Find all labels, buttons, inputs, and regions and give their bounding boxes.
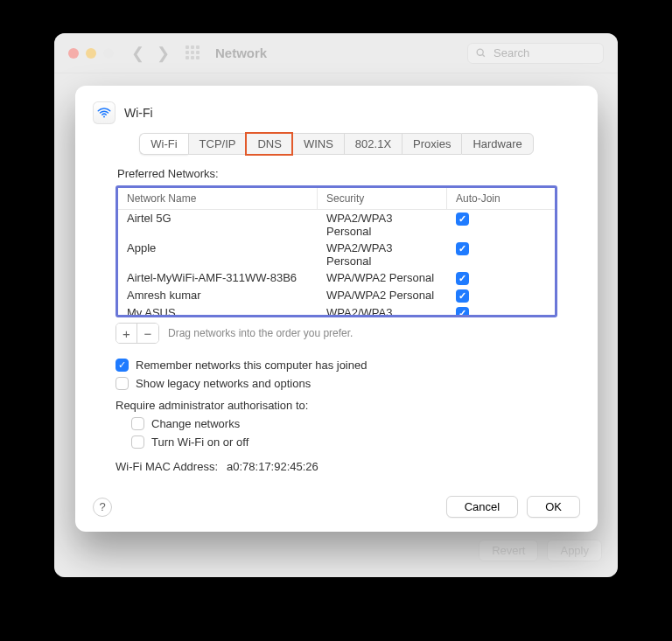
network-name-cell: Amresh kumar [118, 287, 318, 304]
admin-auth-label: Require administrator authorisation to: [116, 399, 308, 412]
network-name-cell: My ASUS [118, 304, 318, 315]
wifi-icon [93, 101, 116, 124]
traffic-lights [68, 48, 114, 59]
add-network-button[interactable]: + [116, 324, 137, 343]
show-all-icon[interactable] [186, 45, 201, 61]
remove-network-button[interactable]: − [137, 324, 158, 343]
network-row[interactable]: My ASUSWPA2/WPA3 Personal✓ [118, 304, 555, 315]
legacy-label: Show legacy networks and options [136, 377, 311, 390]
apply-button[interactable]: Apply [547, 540, 602, 561]
revert-button[interactable]: Revert [479, 540, 538, 561]
autojoin-checkbox[interactable]: ✓ [456, 242, 469, 255]
svg-line-1 [482, 54, 485, 57]
help-button[interactable]: ? [93, 498, 112, 517]
remember-checkbox[interactable]: ✓ [116, 359, 129, 372]
network-autojoin-cell: ✓ [447, 269, 555, 287]
tab-tcp-ip[interactable]: TCP/IP [188, 133, 247, 155]
network-autojoin-cell: ✓ [447, 304, 555, 315]
network-autojoin-cell: ✓ [447, 287, 555, 304]
window-title: Network [215, 45, 267, 60]
autojoin-checkbox[interactable]: ✓ [456, 307, 469, 315]
column-network-name[interactable]: Network Name [118, 188, 318, 209]
minimize-dot[interactable] [86, 48, 96, 59]
network-security-cell: WPA2/WPA3 Personal [318, 240, 447, 269]
admin-toggle-label: Turn Wi-Fi on or off [151, 435, 248, 449]
tab-proxies[interactable]: Proxies [402, 133, 461, 155]
zoom-dot[interactable] [103, 48, 114, 59]
network-name-cell: Airtel-MyWiFi-AMF-311WW-83B6 [118, 269, 318, 287]
tab-bar: Wi-FiTCP/IPDNSWINS802.1XProxiesHardware [93, 133, 580, 155]
network-security-cell: WPA2/WPA3 Personal [318, 304, 447, 315]
network-name-cell: Apple [118, 240, 318, 269]
tab-wi-fi[interactable]: Wi-Fi [139, 133, 187, 155]
search-input[interactable] [492, 45, 596, 60]
network-security-cell: WPA2/WPA3 Personal [318, 210, 447, 240]
add-remove-group: + − [116, 323, 159, 344]
cancel-button[interactable]: Cancel [446, 496, 518, 518]
svg-point-0 [477, 49, 483, 55]
tab-802-1x[interactable]: 802.1X [344, 133, 402, 155]
admin-change-label: Change networks [151, 417, 240, 430]
table-header: Network Name Security Auto-Join [118, 188, 555, 210]
remember-label: Remember networks this computer has join… [136, 359, 367, 372]
autojoin-checkbox[interactable]: ✓ [456, 213, 469, 226]
back-button[interactable]: ❮ [130, 44, 146, 63]
network-security-cell: WPA/WPA2 Personal [318, 287, 447, 304]
column-security[interactable]: Security [318, 188, 447, 209]
mac-address-label: Wi-Fi MAC Address: [116, 460, 218, 473]
network-row[interactable]: Airtel-MyWiFi-AMF-311WW-83B6WPA/WPA2 Per… [118, 269, 555, 287]
autojoin-checkbox[interactable]: ✓ [456, 272, 469, 285]
autojoin-checkbox[interactable]: ✓ [456, 289, 469, 303]
preferred-networks-table[interactable]: Network Name Security Auto-Join Airtel 5… [116, 185, 557, 317]
tab-hardware[interactable]: Hardware [461, 133, 533, 155]
network-security-cell: WPA/WPA2 Personal [318, 269, 447, 287]
network-name-cell: Airtel 5G [118, 210, 318, 240]
search-field[interactable] [467, 43, 604, 64]
forward-button[interactable]: ❯ [155, 44, 172, 63]
parent-footer: Revert Apply [479, 540, 602, 561]
network-row[interactable]: Amresh kumarWPA/WPA2 Personal✓ [118, 287, 555, 304]
wifi-advanced-sheet: Wi-Fi Wi-FiTCP/IPDNSWINS802.1XProxiesHar… [75, 86, 598, 532]
svg-point-2 [103, 116, 105, 118]
search-icon [475, 47, 486, 59]
titlebar: ❮ ❯ Network [54, 33, 618, 73]
mac-address-value: a0:78:17:92:45:26 [227, 460, 318, 473]
preferred-networks-label: Preferred Networks: [117, 167, 557, 180]
network-row[interactable]: AppleWPA2/WPA3 Personal✓ [118, 240, 555, 269]
network-autojoin-cell: ✓ [447, 240, 555, 269]
close-dot[interactable] [68, 48, 79, 59]
sheet-title: Wi-Fi [124, 106, 153, 120]
column-autojoin[interactable]: Auto-Join [447, 188, 555, 209]
tab-dns[interactable]: DNS [246, 133, 291, 155]
tab-wins[interactable]: WINS [292, 133, 344, 155]
ok-button[interactable]: OK [527, 496, 580, 518]
legacy-checkbox[interactable] [116, 377, 129, 390]
admin-toggle-checkbox[interactable] [131, 435, 144, 449]
drag-hint: Drag networks into the order you prefer. [168, 327, 353, 339]
network-row[interactable]: Airtel 5GWPA2/WPA3 Personal✓ [118, 210, 555, 240]
admin-change-checkbox[interactable] [131, 417, 144, 430]
network-autojoin-cell: ✓ [447, 210, 555, 240]
